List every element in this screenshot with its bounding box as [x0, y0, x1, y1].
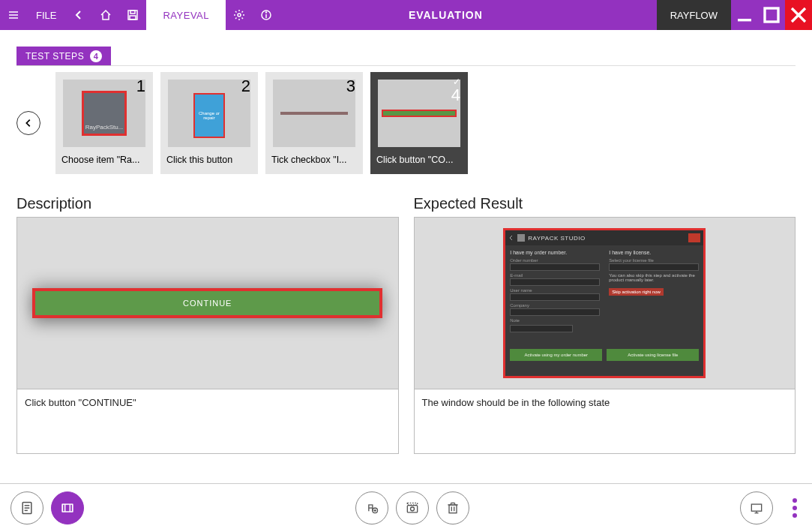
test-steps-count: 4 [90, 50, 102, 62]
step-thumb-4-caption: Click button "CO... [370, 147, 468, 174]
step-thumb-2[interactable]: Change or repair 2 Click this button [160, 72, 258, 174]
expected-panel: Expected Result RAYPACK STUDIO I have my… [414, 195, 796, 454]
svg-rect-36 [751, 504, 761, 511]
step-thumb-1-preview-text: RayPackStu... [85, 124, 124, 134]
expected-activate-file-btn: Activate using license file [607, 349, 699, 361]
svg-point-9 [266, 12, 267, 13]
continue-bar: CONTINUE [35, 291, 379, 315]
step-thumb-1-caption: Choose item "Ra... [55, 147, 153, 174]
step-thumb-3-caption: Tick checkbox "I... [265, 147, 363, 174]
tab-rayeval[interactable]: RAYEVAL [146, 0, 226, 30]
detail-panels: Description CONTINUE Click button "CONTI… [16, 195, 796, 454]
step-thumb-4[interactable]: ✓ 4 Click button "CO... [370, 72, 468, 174]
expected-dialog-title: RAYPACK STUDIO [528, 235, 586, 242]
step-thumb-1[interactable]: RayPackStu... 1 Choose item "Ra... [55, 72, 153, 174]
step-thumb-4-preview [378, 80, 460, 147]
home-button[interactable] [92, 0, 119, 30]
window-title: EVALUATION [280, 9, 657, 21]
test-steps-label: TEST STEPS [25, 51, 84, 62]
step-thumb-2-number: 2 [241, 77, 250, 96]
svg-rect-18 [62, 504, 72, 512]
svg-rect-28 [407, 503, 417, 505]
back-button[interactable] [65, 0, 92, 30]
expected-image: RAYPACK STUDIO I have my order number. O… [414, 217, 796, 389]
test-steps-thumbnails: RayPackStu... 1 Choose item "Ra... Chang… [16, 72, 796, 174]
expected-left-heading: I have my order number. [510, 250, 600, 255]
prev-step-button[interactable] [16, 111, 40, 135]
titlebar: FILE RAYEVAL EVALUATION RAYFLOW [0, 0, 812, 30]
step-thumb-1-preview: RayPackStu... [63, 80, 145, 147]
expected-dialog-mock: RAYPACK STUDIO I have my order number. O… [503, 228, 706, 378]
info-button[interactable] [253, 0, 280, 30]
step-thumb-4-number: 4 [451, 86, 460, 105]
minimize-button[interactable] [731, 0, 758, 30]
rayflow-button[interactable]: RAYFLOW [657, 0, 731, 30]
expected-text[interactable]: The window should be in the following st… [414, 389, 796, 454]
add-annotation-button[interactable] [355, 491, 388, 524]
step-thumb-3[interactable]: 3 Tick checkbox "I... [265, 72, 363, 174]
description-text[interactable]: Click button "CONTINUE" [16, 389, 399, 454]
bottom-toolbar [0, 483, 812, 532]
delete-button[interactable] [436, 491, 469, 524]
file-menu[interactable]: FILE [27, 10, 65, 21]
display-mode-button[interactable] [740, 491, 773, 524]
capture-button[interactable] [396, 491, 429, 524]
step-thumb-2-preview-text: Change or repair [195, 111, 223, 120]
step-thumb-2-caption: Click this button [160, 147, 258, 174]
svg-rect-26 [407, 506, 417, 512]
expected-title: Expected Result [414, 195, 796, 212]
svg-rect-11 [765, 8, 778, 22]
maximize-button[interactable] [758, 0, 785, 30]
more-button[interactable] [788, 494, 802, 522]
work-area: TEST STEPS 4 RayPackStu... 1 Choose item… [0, 30, 812, 483]
step-thumb-3-preview [273, 80, 355, 147]
step-thumb-1-number: 1 [136, 77, 145, 96]
step-thumb-3-number: 3 [346, 77, 355, 96]
svg-rect-29 [449, 505, 457, 513]
settings-button[interactable] [226, 0, 253, 30]
menu-icon[interactable] [0, 0, 27, 30]
svg-point-27 [410, 507, 414, 511]
titlebar-left: FILE RAYEVAL [0, 0, 280, 30]
svg-rect-4 [130, 11, 135, 14]
document-view-button[interactable] [10, 491, 43, 524]
description-title: Description [16, 195, 399, 212]
step-thumb-2-preview: Change or repair [168, 80, 250, 147]
description-panel: Description CONTINUE Click button "CONTI… [16, 195, 399, 454]
expected-dialog-close-icon [688, 233, 700, 242]
frames-view-button[interactable] [51, 491, 84, 524]
expected-activate-order-btn: Activate using my order number [510, 349, 602, 361]
description-image: CONTINUE [16, 217, 399, 389]
svg-rect-5 [130, 16, 136, 20]
test-steps-header: TEST STEPS 4 [16, 47, 111, 66]
close-button[interactable] [785, 0, 812, 30]
save-button[interactable] [119, 0, 146, 30]
expected-right-heading: I have my license. [609, 250, 699, 255]
expected-skip-btn: Skip activation right now [609, 288, 664, 296]
svg-point-6 [238, 14, 241, 17]
titlebar-right: RAYFLOW [657, 0, 812, 30]
